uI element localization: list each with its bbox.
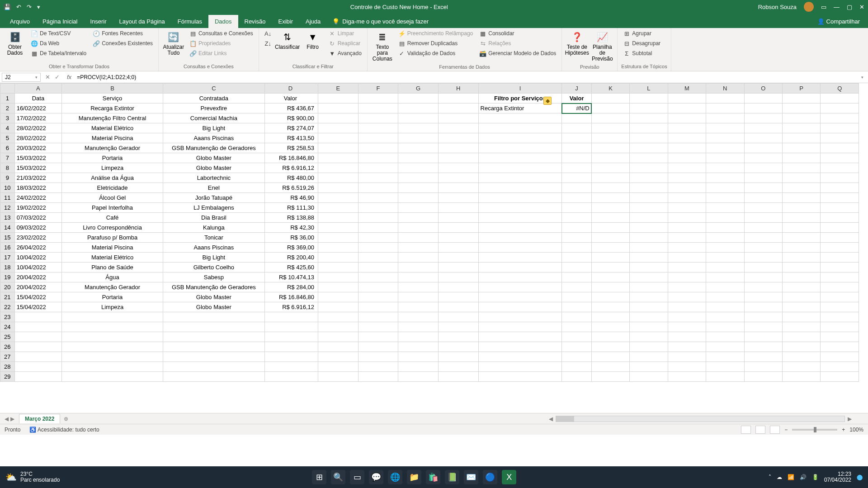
cell-O15[interactable] bbox=[744, 233, 782, 243]
propriedades-button[interactable]: 📋Propriedades bbox=[188, 39, 255, 48]
cell-M5[interactable] bbox=[668, 133, 706, 143]
column-header-O[interactable]: O bbox=[744, 84, 782, 94]
cell-P13[interactable] bbox=[782, 213, 820, 223]
cell-J3[interactable] bbox=[562, 113, 591, 123]
cell-P22[interactable] bbox=[782, 302, 820, 312]
row-header-26[interactable]: 26 bbox=[0, 342, 15, 352]
cell-M11[interactable] bbox=[668, 193, 706, 203]
cell-P9[interactable] bbox=[782, 173, 820, 183]
cell-L11[interactable] bbox=[630, 193, 668, 203]
zoom-level[interactable]: 100% bbox=[849, 427, 863, 433]
cell-I20[interactable] bbox=[478, 282, 562, 292]
cell-K9[interactable] bbox=[591, 173, 629, 183]
cell-A16[interactable]: 26/04/2022 bbox=[14, 243, 62, 253]
column-header-A[interactable]: A bbox=[14, 84, 62, 94]
cell-M14[interactable] bbox=[668, 223, 706, 233]
cell-F15[interactable] bbox=[358, 233, 398, 243]
cell-M28[interactable] bbox=[668, 362, 706, 372]
cell-H26[interactable] bbox=[438, 342, 478, 352]
cell-G26[interactable] bbox=[398, 342, 439, 352]
cell-B6[interactable]: Manutenção Gerador bbox=[62, 143, 163, 153]
cell-P20[interactable] bbox=[782, 282, 820, 292]
cell-D18[interactable]: R$ 425,60 bbox=[264, 263, 318, 272]
cell-P7[interactable] bbox=[782, 153, 820, 163]
cell-L19[interactable] bbox=[630, 272, 668, 282]
cell-L10[interactable] bbox=[630, 183, 668, 193]
cell-H25[interactable] bbox=[438, 332, 478, 342]
cell-Q16[interactable] bbox=[821, 243, 859, 253]
cell-E26[interactable] bbox=[318, 342, 358, 352]
cell-A26[interactable] bbox=[14, 342, 62, 352]
cell-G10[interactable] bbox=[398, 183, 439, 193]
cell-K11[interactable] bbox=[591, 193, 629, 203]
cell-J27[interactable] bbox=[562, 352, 591, 362]
row-header-17[interactable]: 17 bbox=[0, 253, 15, 263]
cell-J4[interactable] bbox=[562, 123, 591, 133]
fx-icon[interactable]: fx bbox=[64, 74, 74, 80]
column-header-N[interactable]: N bbox=[706, 84, 744, 94]
row-header-3[interactable]: 3 bbox=[0, 113, 15, 123]
edge-icon[interactable]: 🌐 bbox=[388, 470, 402, 484]
cell-I23[interactable] bbox=[478, 312, 562, 322]
spreadsheet-grid[interactable]: ABCDEFGHIJKLMNOPQ 1DataServiçoContratada… bbox=[0, 83, 868, 413]
da-web-button[interactable]: 🌐Da Web bbox=[29, 39, 88, 48]
cell-M24[interactable] bbox=[668, 322, 706, 332]
cell-H9[interactable] bbox=[438, 173, 478, 183]
cell-Q20[interactable] bbox=[821, 282, 859, 292]
cell-M20[interactable] bbox=[668, 282, 706, 292]
cell-M7[interactable] bbox=[668, 153, 706, 163]
cell-D25[interactable] bbox=[264, 332, 318, 342]
validacao-dados-button[interactable]: ✓Validação de Dados bbox=[396, 49, 475, 58]
cell-A7[interactable]: 15/03/2022 bbox=[14, 153, 62, 163]
cell-G6[interactable] bbox=[398, 143, 439, 153]
cell-O11[interactable] bbox=[744, 193, 782, 203]
cell-P26[interactable] bbox=[782, 342, 820, 352]
cell-H24[interactable] bbox=[438, 322, 478, 332]
cell-O6[interactable] bbox=[744, 143, 782, 153]
cell-O19[interactable] bbox=[744, 272, 782, 282]
cell-N29[interactable] bbox=[706, 372, 744, 382]
user-name[interactable]: Robson Souza bbox=[758, 4, 797, 10]
cell-H10[interactable] bbox=[438, 183, 478, 193]
cell-E2[interactable] bbox=[318, 103, 358, 113]
cell-O24[interactable] bbox=[744, 322, 782, 332]
cell-J10[interactable] bbox=[562, 183, 591, 193]
cell-O4[interactable] bbox=[744, 123, 782, 133]
cell-P5[interactable] bbox=[782, 133, 820, 143]
cell-I6[interactable] bbox=[478, 143, 562, 153]
cell-N7[interactable] bbox=[706, 153, 744, 163]
cell-A14[interactable]: 09/03/2022 bbox=[14, 223, 62, 233]
cell-M17[interactable] bbox=[668, 253, 706, 263]
cell-E7[interactable] bbox=[318, 153, 358, 163]
cell-P3[interactable] bbox=[782, 113, 820, 123]
cell-K23[interactable] bbox=[591, 312, 629, 322]
cell-Q29[interactable] bbox=[821, 372, 859, 382]
cell-D27[interactable] bbox=[264, 352, 318, 362]
cell-F17[interactable] bbox=[358, 253, 398, 263]
cell-E17[interactable] bbox=[318, 253, 358, 263]
cell-C23[interactable] bbox=[163, 312, 264, 322]
cell-D4[interactable]: R$ 274,07 bbox=[264, 123, 318, 133]
cell-J23[interactable] bbox=[562, 312, 591, 322]
cell-H22[interactable] bbox=[438, 302, 478, 312]
column-header-J[interactable]: J bbox=[562, 84, 591, 94]
cell-M6[interactable] bbox=[668, 143, 706, 153]
cell-A13[interactable]: 07/03/2022 bbox=[14, 213, 62, 223]
cell-N2[interactable] bbox=[706, 103, 744, 113]
cell-M25[interactable] bbox=[668, 332, 706, 342]
cell-O29[interactable] bbox=[744, 372, 782, 382]
cell-B17[interactable]: Material Elétrico bbox=[62, 253, 163, 263]
view-page-break-button[interactable] bbox=[770, 426, 780, 434]
cell-C28[interactable] bbox=[163, 362, 264, 372]
cell-G5[interactable] bbox=[398, 133, 439, 143]
cell-E19[interactable] bbox=[318, 272, 358, 282]
cell-L28[interactable] bbox=[630, 362, 668, 372]
preenchimento-relampago-button[interactable]: ⚡Preenchimento Relâmpago bbox=[396, 29, 475, 38]
row-header-20[interactable]: 20 bbox=[0, 282, 15, 292]
column-header-M[interactable]: M bbox=[668, 84, 706, 94]
row-header-14[interactable]: 14 bbox=[0, 223, 15, 233]
cell-O27[interactable] bbox=[744, 352, 782, 362]
cell-E4[interactable] bbox=[318, 123, 358, 133]
cell-D24[interactable] bbox=[264, 322, 318, 332]
cell-E15[interactable] bbox=[318, 233, 358, 243]
